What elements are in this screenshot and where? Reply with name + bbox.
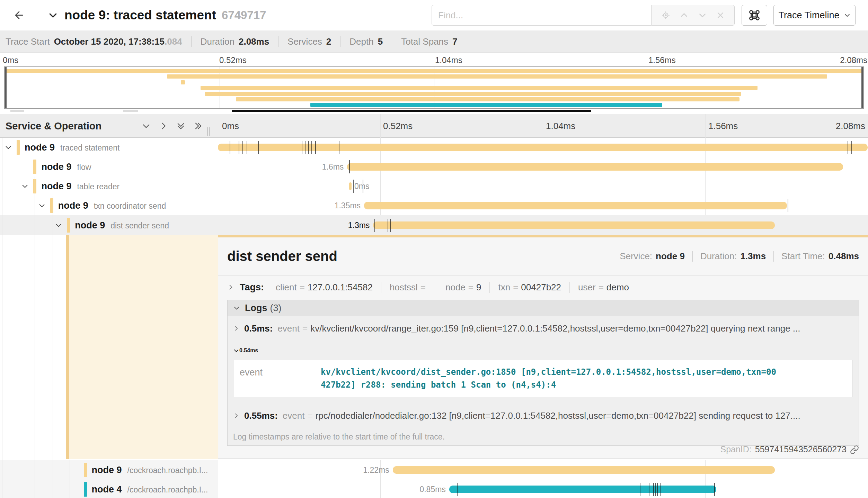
operation-name: txn coordinator send xyxy=(94,201,166,211)
chevron-right-icon xyxy=(233,325,239,332)
log-entry-expanded[interactable]: 0.54ms event kv/kvclient/kvcoord/dist_se… xyxy=(228,341,859,403)
log-timestamp: 0.55ms: xyxy=(244,410,278,421)
minimap-canvas[interactable] xyxy=(4,66,864,109)
chevron-down-icon[interactable] xyxy=(21,182,29,190)
find-input[interactable] xyxy=(432,5,652,26)
service-color-marker xyxy=(17,140,20,155)
span-row[interactable]: node 9 table reader 0ms xyxy=(0,176,868,196)
span-bar[interactable] xyxy=(449,486,716,493)
indent-guide xyxy=(53,196,53,498)
divider xyxy=(773,251,774,262)
log-marker-tick xyxy=(660,483,661,496)
logs-header[interactable]: Logs (3) xyxy=(228,300,859,316)
service-name: node 9 xyxy=(25,142,55,153)
span-timeline-cell[interactable]: 0ms xyxy=(218,176,868,196)
span-name-cell[interactable]: node 9 traced statement xyxy=(0,138,218,157)
view-selector-button[interactable]: Trace Timeline xyxy=(773,5,856,26)
column-resizer[interactable] xyxy=(207,127,212,136)
minimap-span-bar xyxy=(167,74,827,79)
tags-toggle-row[interactable]: Tags: client = 127.0.0.1:54582 hostssl =… xyxy=(218,277,868,298)
log-marker-tick xyxy=(247,141,247,154)
service-color-marker xyxy=(84,463,87,477)
span-name-cell[interactable]: node 9 txn coordinator send xyxy=(0,196,218,215)
span-name-cell[interactable]: node 9 dist sender send xyxy=(0,215,218,235)
minimap-left-handle[interactable] xyxy=(5,67,7,108)
indent-guide xyxy=(19,157,19,498)
chevron-down-icon[interactable] xyxy=(38,202,46,209)
log-marker-tick xyxy=(305,141,305,154)
link-icon[interactable] xyxy=(850,445,859,454)
collapse-one-icon[interactable] xyxy=(141,121,151,131)
span-detail-panel: dist sender send Service: node 9 Duratio… xyxy=(218,235,868,459)
prev-result-icon[interactable] xyxy=(680,11,689,20)
locate-icon[interactable] xyxy=(661,11,670,20)
minimap-scrubber[interactable] xyxy=(232,110,591,112)
operation-name: /cockroach.roachpb.I... xyxy=(127,466,208,475)
span-row[interactable]: node 9 flow 1.6ms xyxy=(0,157,868,176)
collapse-all-icon[interactable] xyxy=(176,121,186,131)
tag-item: node = 9 xyxy=(437,282,490,293)
service-name: node 4 xyxy=(92,484,122,495)
span-row[interactable]: node 9 dist sender send 1.3ms xyxy=(0,215,868,235)
trace-minimap: 0ms 0.52ms 1.04ms 1.56ms 2.08ms xyxy=(0,53,868,114)
span-timeline-cell[interactable]: 1.22ms xyxy=(218,460,868,480)
span-names: node 9 traced statement xyxy=(25,142,119,153)
log-marker-tick xyxy=(239,141,239,154)
chevron-down-icon[interactable] xyxy=(5,144,12,151)
span-row[interactable]: node 9 txn coordinator send 1.35ms xyxy=(0,196,868,215)
log-expanded-header[interactable]: 0.54ms xyxy=(228,341,859,360)
span-timeline-cell[interactable]: 0.85ms xyxy=(218,480,868,498)
back-button[interactable] xyxy=(0,0,38,30)
tag-value: 00427b22 xyxy=(521,282,561,293)
span-bar[interactable] xyxy=(393,466,775,474)
minimap-right-handle[interactable] xyxy=(861,67,863,108)
log-event-table: event kv/kvclient/kvcoord/dist_sender.go… xyxy=(234,360,852,397)
span-name-cell[interactable]: node 4 /cockroach.roachpb.I... xyxy=(0,480,218,498)
log-marker-tick xyxy=(311,141,312,154)
log-timestamp: 0.5ms: xyxy=(244,323,273,334)
span-bar[interactable] xyxy=(349,182,352,190)
duration-value: 2.08ms xyxy=(239,36,269,47)
duration-value: 1.3ms xyxy=(740,251,766,262)
duration-label: Duration: xyxy=(700,251,737,262)
span-bar[interactable] xyxy=(373,221,774,229)
trace-title-group[interactable]: node 9: traced statement 6749717 xyxy=(48,0,266,30)
log-field-value: rpc/nodedialer/nodedialer.go:132 [n9,cli… xyxy=(316,410,800,421)
span-name-cell[interactable]: node 9 table reader xyxy=(0,176,218,196)
trace-start-label: Trace Start xyxy=(6,36,50,47)
log-marker-tick xyxy=(339,141,339,154)
next-result-icon[interactable] xyxy=(698,11,707,20)
log-entry-collapsed[interactable]: 0.5ms: event = kv/kvclient/kvcoord/range… xyxy=(228,316,859,341)
span-duration-label: 1.6ms xyxy=(322,162,344,172)
total-spans-label: Total Spans xyxy=(401,36,448,47)
axis-tick: 0.52ms xyxy=(383,121,413,132)
log-marker-tick xyxy=(390,219,391,232)
tag-value: demo xyxy=(606,282,629,293)
span-id-value: 5597415943526560273 xyxy=(755,444,847,454)
span-names: node 9 table reader xyxy=(41,181,119,192)
span-bar[interactable] xyxy=(364,202,787,209)
span-row[interactable]: node 9 /cockroach.roachpb.I... 1.22ms xyxy=(0,460,868,480)
expand-one-icon[interactable] xyxy=(159,121,168,131)
keyboard-shortcuts-button[interactable] xyxy=(742,5,767,26)
span-bar[interactable] xyxy=(347,163,843,171)
chevron-down-icon[interactable] xyxy=(55,221,62,229)
span-timeline-cell[interactable]: 1.3ms xyxy=(218,215,868,235)
span-row[interactable]: node 9 traced statement xyxy=(0,138,868,157)
column-divider[interactable] xyxy=(218,114,218,498)
logs-count: (3) xyxy=(270,303,282,314)
span-timeline-cell[interactable] xyxy=(218,138,868,157)
log-marker-tick xyxy=(848,141,848,154)
span-detail-header: dist sender send Service: node 9 Duratio… xyxy=(218,237,868,275)
chevron-down-icon xyxy=(233,305,240,311)
log-entry-collapsed[interactable]: 0.55ms: event = rpc/nodedialer/nodediale… xyxy=(228,403,859,428)
span-timeline-cell[interactable]: 1.35ms xyxy=(218,196,868,215)
span-name-cell[interactable]: node 9 flow xyxy=(0,157,218,176)
expand-all-icon[interactable] xyxy=(193,121,203,131)
axis-tick: 1.04ms xyxy=(546,121,575,132)
span-name-cell[interactable]: node 9 /cockroach.roachpb.I... xyxy=(0,460,218,480)
span-row[interactable]: node 4 /cockroach.roachpb.I... 0.85ms xyxy=(0,480,868,498)
log-field-key: event xyxy=(283,410,305,421)
clear-search-icon[interactable] xyxy=(716,11,725,19)
span-timeline-cell[interactable]: 1.6ms xyxy=(218,157,868,176)
